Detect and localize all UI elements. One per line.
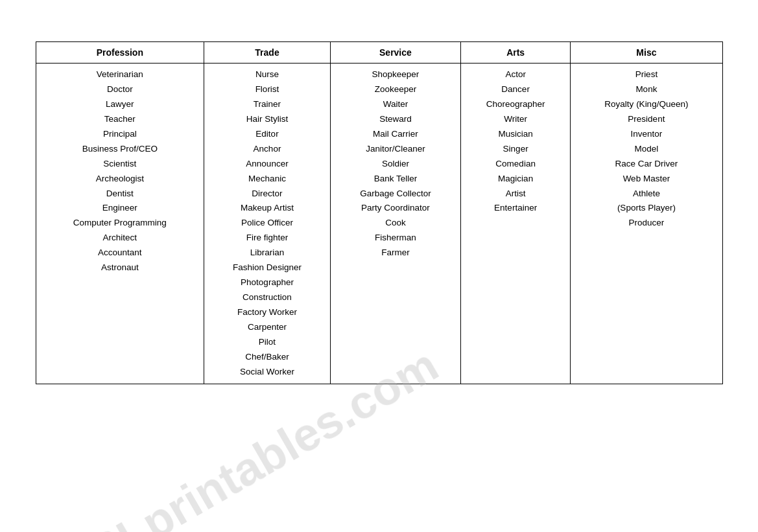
list-item: Photographer: [207, 275, 327, 290]
list-item: Archeologist: [39, 172, 202, 187]
list-item: Waiter: [333, 97, 458, 112]
list-item: Mail Carrier: [333, 127, 458, 142]
list-item: Choreographer: [464, 97, 567, 112]
table-data-row: VeterinarianDoctorLawyerTeacherPrincipal…: [36, 64, 722, 384]
list-item: Carpenter: [207, 320, 327, 335]
table-cell-arts: ActorDancerChoreographerWriterMusicianSi…: [460, 64, 570, 384]
list-item: Garbage Collector: [333, 187, 458, 202]
list-item: Librarian: [207, 246, 327, 260]
list-item: Musician: [464, 127, 567, 142]
list-item: Magician: [464, 172, 567, 187]
occupations-table: ProfessionTradeServiceArtsMiscVeterinari…: [36, 41, 723, 384]
list-item: Bank Teller: [333, 172, 458, 187]
column-header-trade: Trade: [204, 42, 331, 64]
list-item: Accountant: [39, 246, 202, 260]
table-header-row: ProfessionTradeServiceArtsMisc: [36, 42, 722, 64]
list-item: Mechanic: [207, 172, 327, 187]
list-item: Shopkeeper: [333, 67, 458, 82]
list-item: Party Coordinator: [333, 201, 458, 216]
list-item: Comedian: [464, 157, 567, 172]
list-item: Entertainer: [464, 201, 567, 216]
list-item: Inventor: [573, 127, 719, 142]
list-item: Nurse: [207, 67, 327, 82]
list-item: (Sports Player): [573, 201, 719, 216]
list-item: Dentist: [39, 187, 202, 202]
list-item: Veterinarian: [39, 67, 202, 82]
list-item: Astronaut: [39, 260, 202, 275]
column-header-misc: Misc: [571, 42, 722, 64]
column-header-service: Service: [330, 42, 460, 64]
list-item: Computer Programming: [39, 216, 202, 231]
list-item: Construction: [207, 290, 327, 305]
list-item: Cook: [333, 216, 458, 231]
page-container: ProfessionTradeServiceArtsMiscVeterinari…: [36, 26, 723, 384]
list-item: Chef/Baker: [207, 350, 327, 365]
list-item: President: [573, 112, 719, 127]
list-item: Royalty (King/Queen): [573, 97, 719, 112]
list-item: Architect: [39, 231, 202, 246]
list-item: Actor: [464, 67, 567, 82]
list-item: Doctor: [39, 82, 202, 97]
list-item: Teacher: [39, 112, 202, 127]
list-item: Janitor/Cleaner: [333, 142, 458, 157]
list-item: Fisherman: [333, 231, 458, 246]
list-item: Singer: [464, 142, 567, 157]
column-header-arts: Arts: [460, 42, 570, 64]
list-item: Makeup Artist: [207, 201, 327, 216]
list-item: Anchor: [207, 142, 327, 157]
column-header-profession: Profession: [36, 42, 204, 64]
list-item: Zookeeper: [333, 82, 458, 97]
list-item: Soldier: [333, 157, 458, 172]
list-item: Police Officer: [207, 216, 327, 231]
list-item: Editor: [207, 127, 327, 142]
list-item: Pilot: [207, 335, 327, 350]
table-cell-misc: PriestMonkRoyalty (King/Queen)PresidentI…: [571, 64, 722, 384]
list-item: Model: [573, 142, 719, 157]
list-item: Race Car Driver: [573, 157, 719, 172]
list-item: Producer: [573, 216, 719, 231]
list-item: Hair Stylist: [207, 112, 327, 127]
list-item: Farmer: [333, 246, 458, 260]
list-item: Priest: [573, 67, 719, 82]
list-item: Principal: [39, 127, 202, 142]
list-item: Web Master: [573, 172, 719, 187]
list-item: Scientist: [39, 157, 202, 172]
list-item: Engineer: [39, 201, 202, 216]
list-item: Director: [207, 187, 327, 202]
list-item: Writer: [464, 112, 567, 127]
list-item: Monk: [573, 82, 719, 97]
table-cell-service: ShopkeeperZookeeperWaiterStewardMail Car…: [330, 64, 460, 384]
list-item: Athlete: [573, 187, 719, 202]
table-cell-profession: VeterinarianDoctorLawyerTeacherPrincipal…: [36, 64, 204, 384]
list-item: Business Prof/CEO: [39, 142, 202, 157]
list-item: Artist: [464, 187, 567, 202]
table-cell-trade: NurseFloristTrainerHair StylistEditorAnc…: [204, 64, 331, 384]
list-item: Lawyer: [39, 97, 202, 112]
list-item: Florist: [207, 82, 327, 97]
list-item: Fashion Designer: [207, 260, 327, 275]
list-item: Dancer: [464, 82, 567, 97]
list-item: Factory Worker: [207, 305, 327, 320]
list-item: Announcer: [207, 157, 327, 172]
list-item: Fire fighter: [207, 231, 327, 246]
list-item: Trainer: [207, 97, 327, 112]
list-item: Steward: [333, 112, 458, 127]
list-item: Social Worker: [207, 365, 327, 380]
